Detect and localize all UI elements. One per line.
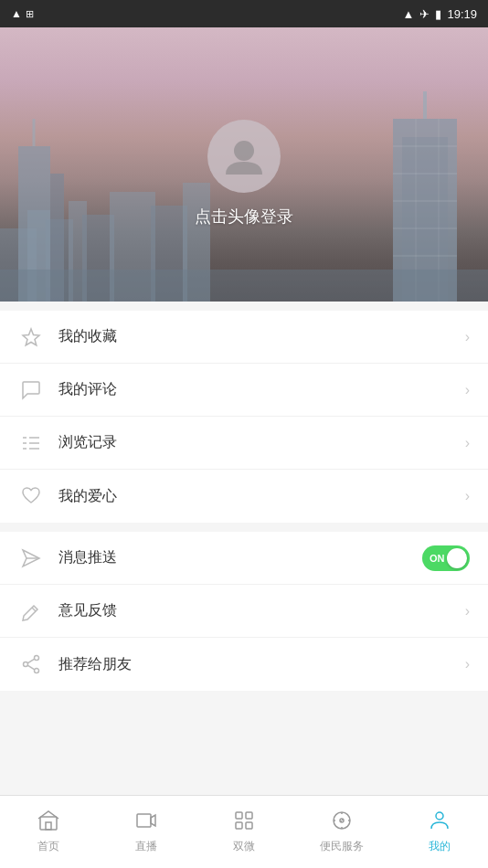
svg-point-35 xyxy=(24,662,28,667)
svg-rect-43 xyxy=(246,812,252,819)
service-label: 便民服务 xyxy=(320,839,364,854)
share-icon xyxy=(18,651,44,677)
svg-point-22 xyxy=(234,141,254,161)
menu-section-1: 我的收藏 › 我的评论 › 浏览记录 › 我的爱心 › xyxy=(0,311,488,523)
menu-item-share[interactable]: 推荐给朋友 › xyxy=(0,638,488,691)
nav-item-home[interactable]: 首页 xyxy=(0,796,98,868)
nav-item-mine[interactable]: 我的 xyxy=(390,796,488,868)
svg-point-33 xyxy=(35,656,39,661)
svg-point-53 xyxy=(436,812,443,820)
list-icon xyxy=(18,430,44,456)
battery-icon: ▮ xyxy=(435,7,441,21)
time-display: 19:19 xyxy=(447,7,477,21)
compass-icon xyxy=(331,810,353,835)
toggle-switch[interactable]: ON xyxy=(422,545,470,571)
svg-rect-39 xyxy=(46,822,51,830)
menu-item-likes[interactable]: 我的爱心 › xyxy=(0,470,488,523)
menu-item-notifications[interactable]: 消息推送 ON xyxy=(0,532,488,585)
dual-label: 双微 xyxy=(233,839,255,854)
menu-item-favorites[interactable]: 我的收藏 › xyxy=(0,311,488,364)
menu-item-history[interactable]: 浏览记录 › xyxy=(0,417,488,470)
notifications-toggle[interactable]: ON xyxy=(422,545,470,571)
heart-icon xyxy=(18,483,44,509)
menu-item-comments[interactable]: 我的评论 › xyxy=(0,364,488,417)
nav-item-service[interactable]: 便民服务 xyxy=(292,796,390,868)
svg-rect-44 xyxy=(236,822,242,829)
avatar-icon xyxy=(222,134,266,178)
svg-line-36 xyxy=(27,659,35,663)
app-icon: ⊞ xyxy=(26,8,34,20)
svg-marker-41 xyxy=(151,815,155,826)
svg-rect-42 xyxy=(236,812,242,819)
profile-content[interactable]: 点击头像登录 xyxy=(0,27,488,302)
person-icon xyxy=(429,810,451,835)
comment-icon xyxy=(18,377,44,403)
history-arrow: › xyxy=(465,435,470,451)
svg-line-37 xyxy=(27,665,35,670)
share-arrow: › xyxy=(465,656,470,672)
edit-icon xyxy=(18,598,44,624)
live-icon xyxy=(135,810,157,835)
comments-label: 我的评论 xyxy=(58,380,465,399)
favorites-arrow: › xyxy=(465,329,470,345)
svg-rect-38 xyxy=(40,817,57,830)
notifications-label: 消息推送 xyxy=(58,548,422,567)
svg-rect-40 xyxy=(137,814,151,827)
share-label: 推荐给朋友 xyxy=(58,655,465,674)
nav-item-dual[interactable]: 双微 xyxy=(196,796,293,868)
feedback-label: 意见反馈 xyxy=(58,601,465,620)
send-icon xyxy=(18,545,44,571)
star-icon xyxy=(18,324,44,350)
menu-section-2: 消息推送 ON 意见反馈 › 推荐给 xyxy=(0,532,488,691)
mine-label: 我的 xyxy=(429,839,451,854)
feedback-arrow: › xyxy=(465,603,470,619)
wifi-icon: ▲ xyxy=(403,7,415,21)
likes-arrow: › xyxy=(465,488,470,504)
status-bar: ▲ ⊞ ▲ ✈ ▮ 19:19 xyxy=(0,0,488,27)
grid-icon xyxy=(233,810,255,835)
avatar[interactable] xyxy=(207,120,281,193)
home-label: 首页 xyxy=(37,839,59,854)
home-icon xyxy=(37,810,59,835)
notification-icon: ▲ xyxy=(11,7,22,20)
likes-label: 我的爱心 xyxy=(58,487,465,506)
svg-line-32 xyxy=(32,608,36,611)
live-label: 直播 xyxy=(135,839,157,854)
signal-icon: ✈ xyxy=(419,7,430,21)
svg-marker-23 xyxy=(23,329,39,345)
bottom-nav: 首页 直播 双微 xyxy=(0,795,488,868)
profile-header[interactable]: 点击头像登录 xyxy=(0,27,488,302)
svg-point-34 xyxy=(35,669,39,673)
menu-item-feedback[interactable]: 意见反馈 › xyxy=(0,585,488,638)
svg-rect-45 xyxy=(246,822,252,829)
status-left-icons: ▲ ⊞ xyxy=(11,7,34,20)
comments-arrow: › xyxy=(465,382,470,398)
nav-item-live[interactable]: 直播 xyxy=(98,796,196,868)
login-prompt[interactable]: 点击头像登录 xyxy=(195,206,293,228)
toggle-on-label: ON xyxy=(430,553,445,564)
toggle-knob xyxy=(447,548,467,568)
favorites-label: 我的收藏 xyxy=(58,327,465,346)
status-right-icons: ▲ ✈ ▮ 19:19 xyxy=(403,7,477,21)
history-label: 浏览记录 xyxy=(58,433,465,452)
